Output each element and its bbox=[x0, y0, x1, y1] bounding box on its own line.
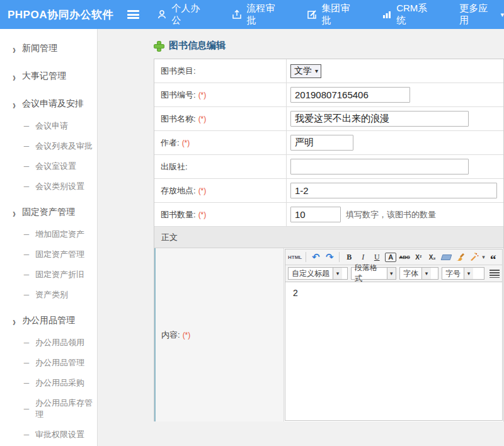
font-family-select[interactable]: 字体 ▾ bbox=[399, 267, 438, 280]
sidebar-item-label: 审批权限设置 bbox=[35, 429, 84, 440]
sidebar-item-label: 会议类别设置 bbox=[35, 181, 84, 192]
nav-more-apps[interactable]: 更多应用 ▾ bbox=[459, 3, 504, 26]
book-name-input[interactable] bbox=[290, 111, 469, 127]
editor-content-area[interactable]: 2 bbox=[285, 282, 502, 420]
nav-group-approval[interactable]: 集团审批 bbox=[307, 3, 358, 26]
eraser-icon[interactable] bbox=[440, 251, 452, 263]
sidebar-group-supplies[interactable]: › 办公用品管理 bbox=[0, 309, 97, 333]
selected-category: 文学 bbox=[294, 66, 312, 77]
nav-label: 个人办公 bbox=[171, 3, 208, 26]
nav-personal-office[interactable]: 个人办公 bbox=[157, 3, 208, 26]
category-label: 图书类目: bbox=[161, 66, 196, 77]
custom-title-select[interactable]: 自定义标题 ▾ bbox=[288, 267, 348, 280]
form-row-publisher: 出版社: bbox=[154, 155, 503, 179]
sidebar-item-supplies-purchase[interactable]: — 办公用品采购 bbox=[0, 373, 97, 393]
upload-icon bbox=[232, 9, 242, 20]
strikethrough-button[interactable]: ABC bbox=[399, 251, 410, 263]
nav-label: CRM系统 bbox=[396, 3, 435, 26]
align-justify-icon[interactable] bbox=[490, 270, 500, 278]
dash-icon: — bbox=[24, 122, 29, 130]
sidebar-item-meeting-category[interactable]: — 会议类别设置 bbox=[0, 176, 97, 197]
app-header: PHPOA协同办公软件 个人办公 流程审批 集团审批 CRM系统 bbox=[0, 0, 504, 29]
editor-toolbar-row1: HTML ↶ ↷ B I U A ABC X² X₂ bbox=[285, 249, 502, 265]
magic-wand-icon[interactable] bbox=[468, 251, 479, 263]
sidebar-item-asset-category[interactable]: — 资产类别 bbox=[0, 285, 97, 305]
content-label: 内容: bbox=[161, 329, 180, 341]
undo-icon[interactable]: ↶ bbox=[310, 251, 321, 263]
sidebar-item-asset-depreciation[interactable]: — 固定资产折旧 bbox=[0, 265, 97, 285]
sidebar-item-asset-manage[interactable]: — 固定资产管理 bbox=[0, 244, 97, 265]
caret-down-icon: ▾ bbox=[464, 268, 473, 279]
dash-icon: — bbox=[24, 162, 29, 171]
nav-workflow-approval[interactable]: 流程审批 bbox=[232, 3, 283, 26]
sidebar-item-meeting-room[interactable]: — 会议室设置 bbox=[0, 156, 97, 176]
quantity-input[interactable] bbox=[290, 207, 341, 222]
nav-crm-system[interactable]: CRM系统 bbox=[382, 3, 435, 26]
sidebar-group-meeting[interactable]: › 会议申请及安排 bbox=[0, 92, 97, 116]
html-source-button[interactable]: HTML bbox=[288, 251, 302, 263]
dash-icon: — bbox=[24, 142, 29, 151]
redo-icon[interactable]: ↷ bbox=[324, 251, 335, 263]
dash-icon: — bbox=[24, 358, 29, 367]
sidebar-group-memorabilia[interactable]: › 大事记管理 bbox=[0, 64, 97, 88]
book-category-select[interactable]: 文学 ▾ bbox=[290, 64, 321, 78]
sidebar-item-label: 办公用品管理 bbox=[35, 357, 84, 369]
dash-icon: — bbox=[24, 430, 29, 439]
book-no-input[interactable] bbox=[290, 87, 410, 103]
form-row-book-no: 图书编号: (*) bbox=[154, 83, 503, 107]
editor-toolbar-row2: 自定义标题 ▾ 段落格式 ▾ 字体 ▾ bbox=[285, 265, 502, 282]
sidebar-item-supplies-stock[interactable]: — 办公用品库存管理 bbox=[0, 393, 97, 425]
sidebar-group-label: 新闻管理 bbox=[22, 43, 57, 54]
dash-icon: — bbox=[24, 290, 29, 299]
nav-label: 更多应用 bbox=[459, 3, 496, 26]
caret-down-icon: ▾ bbox=[387, 268, 396, 279]
body-section-title: 正文 bbox=[161, 232, 178, 243]
form-row-category: 图书类目: 文学 ▾ bbox=[154, 59, 503, 83]
nav-label: 集团审批 bbox=[321, 3, 358, 26]
required-mark: (*) bbox=[183, 331, 191, 340]
author-label: 作者: bbox=[161, 137, 180, 149]
underline-button[interactable]: U bbox=[371, 251, 382, 263]
sidebar-item-approval-permission[interactable]: — 审批权限设置 bbox=[0, 425, 97, 445]
font-size-select[interactable]: 字号 ▾ bbox=[442, 267, 484, 280]
publisher-input[interactable] bbox=[290, 159, 469, 174]
chevron-right-icon: › bbox=[13, 69, 16, 83]
blockquote-button[interactable]: “ bbox=[488, 251, 499, 263]
format-brush-icon[interactable] bbox=[454, 251, 466, 263]
required-mark: (*) bbox=[198, 91, 207, 100]
quantity-label: 图书数量: bbox=[161, 209, 196, 220]
hamburger-menu-icon[interactable] bbox=[127, 10, 140, 19]
paragraph-format-select[interactable]: 段落格式 ▾ bbox=[351, 267, 396, 280]
location-input[interactable] bbox=[290, 183, 497, 198]
sidebar-item-meeting-apply[interactable]: — 会议申请 bbox=[0, 116, 97, 136]
sidebar-item-supplies-manage[interactable]: — 办公用品管理 bbox=[0, 353, 97, 373]
sidebar-item-asset-add[interactable]: — 增加固定资产 bbox=[0, 224, 97, 244]
bar-chart-icon bbox=[382, 9, 392, 20]
sidebar-group-news[interactable]: › 新闻管理 bbox=[0, 37, 97, 60]
sidebar-item-label: 会议申请 bbox=[35, 120, 68, 132]
author-input[interactable] bbox=[290, 135, 353, 151]
sidebar-item-supplies-claim[interactable]: — 办公用品领用 bbox=[0, 333, 97, 353]
superscript-button[interactable]: X² bbox=[413, 251, 424, 263]
font-color-button[interactable]: A bbox=[385, 253, 396, 262]
required-mark: (*) bbox=[198, 186, 207, 195]
italic-button[interactable]: I bbox=[357, 251, 369, 263]
location-label: 存放地点: bbox=[161, 185, 196, 197]
subscript-button[interactable]: X₂ bbox=[427, 251, 438, 263]
sidebar-item-meeting-list[interactable]: — 会议列表及审批 bbox=[0, 136, 97, 156]
dash-icon: — bbox=[24, 250, 29, 259]
sidebar-group-assets[interactable]: › 固定资产管理 bbox=[0, 200, 97, 224]
rich-text-editor: HTML ↶ ↷ B I U A ABC X² X₂ bbox=[284, 248, 503, 421]
sidebar-group-label: 办公用品管理 bbox=[22, 315, 75, 326]
chevron-right-icon: › bbox=[13, 42, 16, 55]
book-name-label: 图书名称: bbox=[161, 113, 196, 125]
sidebar-item-label: 办公用品领用 bbox=[35, 337, 84, 348]
bold-button[interactable]: B bbox=[343, 251, 355, 263]
sidebar-item-label: 固定资产折旧 bbox=[35, 269, 84, 280]
chevron-right-icon: › bbox=[13, 205, 16, 219]
publisher-label: 出版社: bbox=[161, 161, 188, 173]
wand-caret-icon[interactable]: ▾ bbox=[482, 254, 485, 260]
form-row-location: 存放地点: (*) bbox=[154, 179, 503, 203]
sidebar-item-label: 办公用品采购 bbox=[35, 377, 84, 389]
dash-icon: — bbox=[24, 230, 29, 239]
